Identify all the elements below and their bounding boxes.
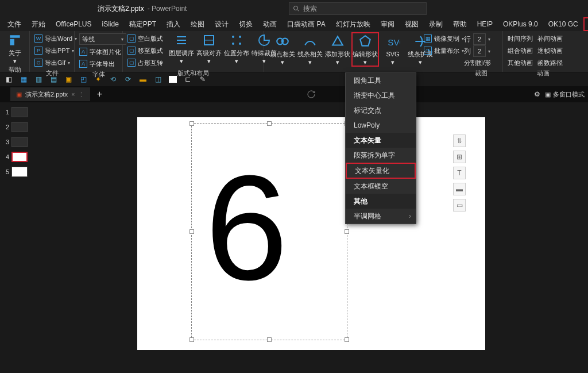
menu-录制[interactable]: 录制 [424,17,448,31]
title-bar: 演示文稿2.pptx - PowerPoint 搜索 [0,0,588,17]
export-btn[interactable]: W导出Word▾ [34,33,77,44]
layout-btn[interactable]: ▢空白版式 [127,33,163,44]
search-input[interactable]: 搜索 [289,2,427,15]
menu-设计[interactable]: 设计 [210,17,234,31]
split-shape[interactable]: 分割图/形 [464,57,491,68]
menu-HElP[interactable]: HElP [472,17,498,31]
about-button[interactable]: 关于▾ [5,32,25,64]
gear-icon[interactable]: ⚙ [534,90,540,98]
side-tool[interactable]: ⊞ [453,151,466,163]
menu-插入[interactable]: 插入 [161,17,185,31]
slide-thumb[interactable]: 2 [2,122,32,132]
selection-box[interactable] [191,123,347,340]
close-tab[interactable]: × [71,91,75,98]
menu-开始[interactable]: 开始 [26,17,51,31]
ctx-item[interactable]: 文本框镂空 [346,179,416,194]
batch-bool[interactable]: ◔批量布尔▾ [424,45,464,56]
slide-thumbnails: 12345 [0,102,34,373]
menu-动画[interactable]: 动画 [258,17,282,31]
ppt-icon: ▣ [16,91,22,98]
export-btn[interactable]: P导出PPT▾ [34,45,77,56]
shape-big[interactable]: 顶点相关▾ [269,32,296,67]
layout-big[interactable]: 高级对齐▾ [195,32,223,64]
ctx-item[interactable]: 半调网格› [346,209,416,224]
document-tabs: ▣ 演示文稿2.pptx × ⋮ + ⚙ ▣ 多窗口模式 [0,86,588,102]
workspace: 12345 6 ⥮ ⊞ T ▬ ▭ [0,102,588,373]
ctx-item[interactable]: LowPoly [346,118,416,133]
document-tab[interactable]: ▣ 演示文稿2.pptx × ⋮ [10,87,90,101]
side-tool[interactable]: ⥮ [453,134,466,147]
anim-btn[interactable]: 时间序列 [508,33,533,44]
anim-btn[interactable]: 函数路径 [537,57,563,68]
multiwindow-button[interactable]: ▣ 多窗口模式 [545,90,585,99]
shape-big[interactable]: 线条相关▾ [296,32,324,67]
menu-OKPlus 9.0[interactable]: OKPlus 9.0 [498,17,543,31]
slide-canvas[interactable]: 6 ⥮ ⊞ T ▬ ▭ [34,102,588,373]
app-name: - PowerPoint [148,5,187,13]
svg-marker-11 [360,36,370,45]
col-input[interactable]: 2 [473,45,486,57]
ribbon: 关于▾ 帮助 W导出Word▾P导出PPT▾G导出Gif▾ 文件 等线▾ A字体… [0,31,588,72]
menu-OK10 GC[interactable]: OK10 GC [543,17,583,31]
font-to-image[interactable]: A字体图片化 [79,47,126,57]
svg-text:SVG: SVG [388,37,400,47]
menu-幻灯片放映[interactable]: 幻灯片放映 [331,17,376,31]
menu-文件[interactable]: 文件 [2,17,26,31]
font-export[interactable]: A字体导出 [79,59,126,69]
menu-视图[interactable]: 视图 [400,17,424,31]
svg-point-7 [239,43,241,45]
side-tool[interactable]: ▬ [453,183,466,195]
slide-thumb[interactable]: 5 [2,167,32,177]
qat-icon[interactable]: ◧ [3,74,14,84]
add-tab[interactable]: + [92,87,106,101]
menu-审阅[interactable]: 审阅 [376,17,400,31]
anim-btn[interactable]: 逐帧动画 [537,45,563,56]
svg-point-5 [239,36,241,38]
ctx-item[interactable]: 标记交点 [346,103,416,118]
anim-btn[interactable]: 其他动画 [508,57,533,68]
menu-口袋动画 PA[interactable]: 口袋动画 PA [282,17,330,31]
search-icon [293,5,300,12]
svg-point-0 [294,6,298,10]
ctx-item[interactable]: 圆角工具 [346,73,416,88]
qat-icon[interactable]: ▦ [18,74,29,84]
svg-marker-10 [332,36,342,45]
shape-big[interactable]: 编辑形状▾ [351,32,379,67]
side-tool[interactable]: ▭ [453,199,466,212]
ctx-item[interactable]: 段落拆为单字 [346,148,416,163]
menu-iSlide[interactable]: iSlide [96,17,123,31]
menu-bar: 文件开始OfficePLUSiSlide稿定PPT插入绘图设计切换动画口袋动画 … [0,17,588,31]
menu-稿定PPT[interactable]: 稿定PPT [124,17,161,31]
export-btn[interactable]: G导出Gif▾ [34,57,77,68]
shape-big[interactable]: SVGSVG▾ [379,32,407,67]
slide-thumb[interactable]: 3 [2,137,32,147]
menu-LvyhTools(201114)[interactable]: LvyhTools(201114) [583,17,588,31]
svg-line-1 [297,10,299,11]
font-dropdown[interactable]: 等线▾ [79,33,126,45]
menu-绘图[interactable]: 绘图 [185,17,210,31]
file-name: 演示文稿2.pptx [98,4,144,14]
side-tool[interactable]: T [453,167,466,179]
slide[interactable]: 6 ⥮ ⊞ T ▬ ▭ [137,117,485,350]
shape-big[interactable]: 添加形状▾ [324,32,351,67]
mirror-copy[interactable]: ▦镜像复制▾ [424,33,464,44]
slide-thumb[interactable]: 1 [2,107,32,117]
ctx-header: 文本矢量 [346,133,416,148]
svg-point-6 [232,43,234,45]
ctx-item[interactable]: 渐变中心工具 [346,88,416,103]
ctx-header: 其他 [346,194,416,209]
ctx-item[interactable]: 文本矢量化 [346,163,416,179]
menu-帮助[interactable]: 帮助 [448,17,472,31]
layout-big[interactable]: 图层调序▾ [168,32,195,64]
anim-btn[interactable]: 补间动画 [537,33,563,44]
layout-big[interactable]: 位置分布▾ [223,32,250,64]
row-input[interactable]: 2 [473,33,486,45]
slide-side-tools: ⥮ ⊞ T ▬ ▭ [453,134,466,212]
layout-btn[interactable]: ▢占形互转 [127,57,163,68]
rotate-handle[interactable] [307,90,316,101]
menu-OfficePLUS[interactable]: OfficePLUS [51,17,96,31]
anim-btn[interactable]: 组合动画 [508,45,533,56]
slide-thumb[interactable]: 4 [2,152,32,162]
menu-切换[interactable]: 切换 [234,17,258,31]
layout-btn[interactable]: ▢移至版式 [127,45,163,56]
